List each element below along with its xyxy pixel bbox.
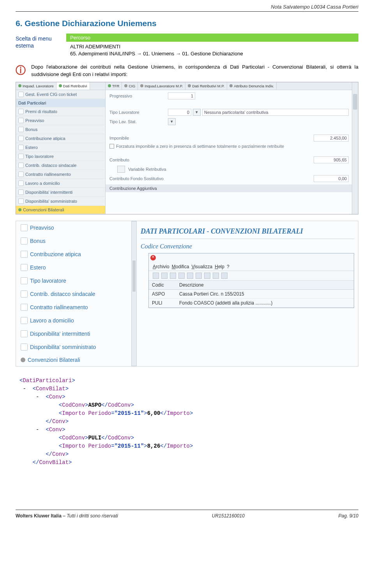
sidebar-item[interactable]: Contribuzione atipica — [16, 248, 136, 261]
toolbar-icon[interactable] — [170, 273, 176, 279]
footer-page: Pag. 9/10 — [339, 513, 358, 519]
sidebar-item-convenzioni-bilaterali[interactable]: Convenzioni Bilaterali — [16, 206, 105, 214]
sidebar-item[interactable]: Estero — [16, 143, 105, 152]
toolbar-icon[interactable] — [196, 273, 202, 279]
info-icon: ⓘ — [16, 64, 31, 77]
lookup-popup: AArchiviorchivio Modifica Visualizza Hel… — [148, 253, 354, 308]
sidebar-item[interactable]: Tipo lavoratore — [16, 152, 105, 161]
sidebar-item[interactable]: Contratto riallineamento — [16, 301, 136, 314]
screenshot-convenzioni: Preavviso Bonus Contribuzione atipica Es… — [16, 221, 358, 367]
menu-help[interactable]: Help — [215, 264, 224, 269]
popup-menubar: AArchiviorchivio Modifica Visualizza Hel… — [149, 263, 354, 271]
menu-ext-line1: Scelta di menu — [16, 35, 52, 42]
sidebar-item[interactable]: Premi di risultato — [16, 107, 105, 116]
percorso-box: Percorso ALTRI ADEMPIMENTI 65. Adempimen… — [66, 34, 358, 59]
col-descrizione[interactable]: Descrizione — [176, 281, 354, 290]
status-dot-icon — [108, 84, 111, 87]
imponibile-label: Imponibile — [109, 136, 168, 140]
contr-aggiuntiva-label: Contribuzione Aggiuntiva — [109, 186, 157, 191]
codice-convenzione-label: Codice Convenzione — [141, 243, 354, 250]
tab-inquad-mp[interactable]: Inquad.Lavoratore M.P. — [138, 82, 185, 90]
sidebar-item[interactable]: Preavviso — [16, 221, 136, 234]
footer-company: Wolters Kluwer Italia — [16, 513, 62, 519]
table-row[interactable]: PULIFondo COASCO (addetti alla pulizia .… — [149, 298, 354, 307]
tab-dati-retr-mp[interactable]: Dati Retributivi M.P. — [185, 82, 227, 90]
status-dot-icon — [229, 84, 233, 87]
sidebar-item[interactable]: Lavoro a domicilio — [16, 314, 136, 327]
radio-icon — [21, 358, 25, 362]
imponibile-input[interactable]: 2.453,00 — [314, 135, 349, 142]
tabs-row: Inquad. Lavoratore Dati Retributivi — [16, 82, 105, 90]
footer-code: UR1512160010 — [212, 513, 245, 519]
menu-visualizza[interactable]: Visualizza — [191, 264, 212, 269]
tab-tfr[interactable]: TFR — [106, 82, 122, 90]
sidebar-item[interactable]: Bonus — [16, 234, 136, 248]
sidebar-item[interactable]: Gest. Eventi CIG con ticket — [16, 90, 105, 99]
col-codice[interactable]: Codic — [149, 281, 176, 290]
tab-attr-denuncia[interactable]: Attributo Denuncia Indiv. — [227, 82, 277, 90]
sidebar-item[interactable]: Disponibilita' somministrato — [16, 340, 136, 354]
side-panel-left: Preavviso Bonus Contribuzione atipica Es… — [16, 221, 136, 367]
status-dot-icon — [59, 84, 62, 87]
sidebar-item[interactable]: Contrib. distacco sindacale — [16, 287, 136, 301]
toolbar-icon[interactable] — [153, 273, 159, 279]
menu-modifica[interactable]: Modifica — [172, 264, 189, 269]
menu-question[interactable]: ? — [227, 264, 229, 269]
toolbar-icon[interactable] — [213, 273, 219, 279]
forzatura-label: Forzatura imponibile a zero in presenza … — [116, 144, 284, 149]
dropdown-icon[interactable]: ▾ — [193, 109, 201, 116]
toolbar-icon[interactable] — [178, 273, 185, 279]
tab-inquad-lavoratore[interactable]: Inquad. Lavoratore — [16, 82, 56, 90]
panel-title: DATI PARTICOLARI - CONVENZIONI BILATERAL… — [141, 224, 354, 239]
status-dot-icon — [140, 84, 143, 87]
sidebar-item[interactable]: Contribuzione atipica — [16, 134, 105, 143]
var-retr-button[interactable] — [117, 166, 125, 173]
sidebar-item[interactable]: Contratto riallineamento — [16, 170, 105, 179]
sidebar-item[interactable]: Preavviso — [16, 116, 105, 125]
xml-snippet: <DatiParticolari> - <ConvBilat> - <Conv>… — [19, 377, 355, 467]
progressivo-label: Progressivo — [109, 94, 168, 98]
status-dot-icon — [188, 84, 191, 87]
sidebar-item-convenzioni[interactable]: Convenzioni Bilaterali — [16, 354, 136, 366]
sidebar-item[interactable]: Lavoro a domicilio — [16, 179, 105, 188]
sidebar-item[interactable]: Estero — [16, 261, 136, 274]
popup-toolbar — [149, 271, 354, 281]
toolbar-icon[interactable] — [161, 273, 168, 279]
side-list: Gest. Eventi CIG con ticket Dati Partico… — [16, 90, 105, 214]
fondo-sost-input[interactable]: 0,00 — [314, 175, 349, 182]
tabs-row-right: TFR CIG Inquad.Lavoratore M.P. Dati Retr… — [106, 82, 353, 90]
page-footer: Wolters Kluwer Italia – Tutti i diritti … — [16, 510, 358, 524]
info-text: Dopo l'elaborazione dei contributi nella… — [31, 64, 358, 78]
percorso-line1: ALTRI ADEMPIMENTI — [70, 44, 120, 50]
sidebar-item[interactable]: Tipo lavoratore — [16, 274, 136, 287]
toolbar-icon[interactable] — [204, 273, 210, 279]
sidebar-item-dati-particolari[interactable]: Dati Particolari — [16, 99, 105, 107]
sidebar-item[interactable]: Bonus — [16, 125, 105, 134]
toolbar-icon[interactable] — [221, 273, 228, 279]
doc-header: Nota Salvatempo L0034 Cassa Portieri — [16, 4, 358, 12]
section-title: 6. Gestione Dichiarazione Uniemens — [16, 19, 358, 28]
close-icon[interactable] — [150, 255, 156, 260]
sidebar-item[interactable]: Disponibilita' intermittenti — [16, 188, 105, 197]
sidebar-item[interactable]: Disponibilita' intermittenti — [16, 327, 136, 340]
tipo-lavoratore-desc: Nessuna particolarita' contributiva — [202, 109, 349, 116]
table-row[interactable]: ASPOCassa Portieri Circ. n 155/2015 — [149, 289, 354, 298]
tipo-lavoratore-input[interactable]: 0 — [168, 109, 191, 116]
progressivo-input[interactable]: 1 — [168, 92, 195, 99]
tab-dati-retributivi[interactable]: Dati Retributivi — [56, 82, 90, 90]
sidebar-item[interactable]: Disponibilita' somministrato — [16, 197, 105, 206]
footer-rights: – Tutti i diritti sono riservati — [62, 513, 118, 519]
contributo-input[interactable]: 905,65 — [314, 156, 349, 163]
percorso-header: Percorso — [66, 34, 358, 42]
forzatura-checkbox[interactable] — [109, 144, 114, 149]
lookup-table: Codic Descrizione ASPOCassa Portieri Cir… — [149, 281, 354, 308]
dropdown-icon[interactable]: ▾ — [168, 118, 176, 125]
menu-archivio[interactable]: AArchiviorchivio — [153, 264, 169, 269]
scrollbar[interactable] — [352, 82, 358, 214]
percorso-line2: 65. Adempimenti INAIL/INPS → 01. Uniemen… — [70, 51, 243, 57]
tab-cig[interactable]: CIG — [122, 82, 138, 90]
toolbar-icon[interactable] — [187, 273, 193, 279]
menu-esterna-label: Scelta di menu esterna — [16, 34, 66, 49]
scrollbar[interactable] — [131, 221, 137, 366]
sidebar-item[interactable]: Contrib. distacco sindacale — [16, 161, 105, 170]
